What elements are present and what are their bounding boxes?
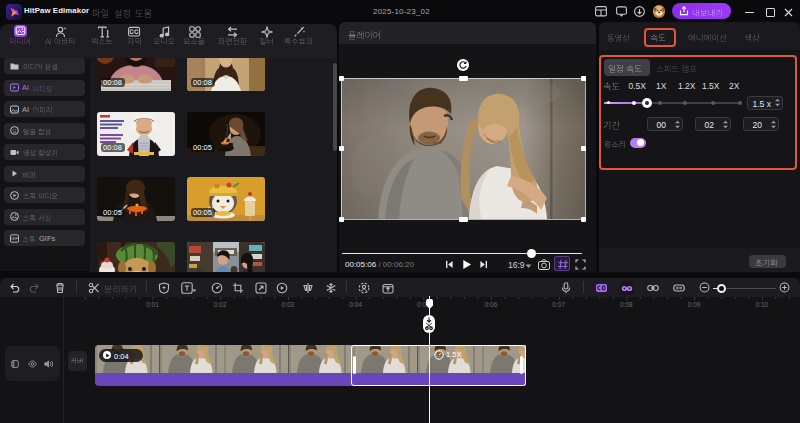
svg-text:0:01: 0:01 [146, 301, 159, 308]
svg-text:0:04: 0:04 [349, 301, 362, 308]
svg-text:0:07: 0:07 [552, 301, 565, 308]
svg-text:0:08: 0:08 [620, 301, 633, 308]
svg-text:0:03: 0:03 [282, 301, 295, 308]
svg-text:0:06: 0:06 [485, 301, 498, 308]
svg-text:GIF: GIF [11, 236, 18, 241]
svg-text:0:02: 0:02 [214, 301, 227, 308]
svg-text:0:10: 0:10 [755, 301, 768, 308]
svg-text:0:09: 0:09 [688, 301, 701, 308]
